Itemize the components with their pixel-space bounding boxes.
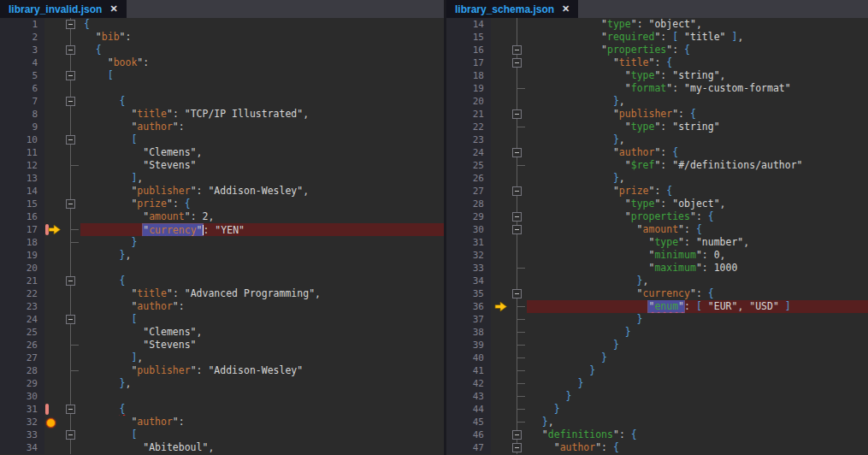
- fold-rail: [70, 390, 71, 403]
- code-line[interactable]: 25"$ref": "#/definitions/author": [446, 159, 868, 172]
- code-line[interactable]: 10[: [0, 133, 444, 146]
- code-line[interactable]: 44}: [446, 403, 868, 416]
- code-line[interactable]: 32"minimum": 0,: [446, 249, 868, 262]
- fold-toggle-icon[interactable]: [66, 405, 75, 414]
- code-line[interactable]: 33[: [0, 428, 444, 441]
- code-line[interactable]: 46"definitions": {: [446, 428, 868, 441]
- tab-library-schema-json[interactable]: library_schema.json ✕: [446, 0, 578, 18]
- code-line[interactable]: 1{: [0, 18, 444, 31]
- code-line[interactable]: 41}: [446, 364, 868, 377]
- code-line[interactable]: 22"title": "Advanced Programming",: [0, 287, 444, 300]
- code-line[interactable]: 23},: [446, 133, 868, 146]
- line-number: 14: [446, 18, 491, 31]
- fold-toggle-icon[interactable]: [66, 97, 75, 106]
- code-line[interactable]: 29"properties": {: [446, 210, 868, 223]
- code-line[interactable]: 4"book":: [0, 56, 444, 69]
- code-line[interactable]: 30: [0, 390, 444, 403]
- code-line[interactable]: 2"bib":: [0, 31, 444, 44]
- code-line[interactable]: 26},: [446, 172, 868, 185]
- code-line[interactable]: 45},: [446, 416, 868, 428]
- fold-toggle-icon[interactable]: [512, 212, 522, 222]
- code-line[interactable]: 17"title": {: [446, 56, 868, 69]
- code-line[interactable]: 12"Stevens": [0, 159, 444, 172]
- fold-toggle-icon[interactable]: [66, 45, 75, 55]
- fold-toggle-icon[interactable]: [512, 109, 522, 119]
- code-line[interactable]: 24"author": {: [446, 146, 868, 159]
- fold-toggle-icon[interactable]: [512, 430, 522, 440]
- code-line[interactable]: 34},: [446, 275, 868, 287]
- code-line[interactable]: 36"enum": [ "EUR", "USD" ]: [446, 300, 868, 313]
- code-line[interactable]: 42}: [446, 377, 868, 390]
- fold-toggle-icon[interactable]: [512, 58, 522, 68]
- code-line[interactable]: 25"Clemens",: [0, 326, 444, 339]
- code-line[interactable]: 19},: [0, 249, 444, 262]
- fold-toggle-icon[interactable]: [66, 71, 75, 80]
- code-line[interactable]: 8"title": "TCP/IP Illustrated",: [0, 108, 444, 121]
- close-icon[interactable]: ✕: [109, 4, 117, 14]
- code-line[interactable]: 7{: [0, 95, 444, 108]
- fold-toggle-icon[interactable]: [512, 289, 522, 298]
- fold-toggle-icon[interactable]: [512, 186, 522, 196]
- fold-toggle-icon[interactable]: [66, 276, 75, 286]
- code-line[interactable]: 18}: [0, 236, 444, 249]
- code-line[interactable]: 17"currency": "YEN": [0, 223, 444, 236]
- code-line[interactable]: 31"type": "number",: [446, 236, 868, 249]
- code-line[interactable]: 5[: [0, 69, 444, 82]
- code-line[interactable]: 28"publisher": "Addison-Wesley": [0, 364, 444, 377]
- code-line[interactable]: 21{: [0, 275, 444, 287]
- code-line[interactable]: 18"type": "string",: [446, 69, 868, 82]
- code-line[interactable]: 15"required": [ "title" ],: [446, 31, 868, 44]
- json-punctuation: :: [684, 236, 696, 248]
- line-number: 26: [446, 172, 491, 185]
- code-line[interactable]: 11"Clemens",: [0, 146, 444, 159]
- code-line[interactable]: 39}: [446, 339, 868, 352]
- code-line[interactable]: 31{: [0, 403, 444, 416]
- fold-toggle-icon[interactable]: [66, 430, 75, 440]
- code-line[interactable]: 37}: [446, 313, 868, 326]
- code-line[interactable]: 15"prize": {: [0, 198, 444, 210]
- fold-toggle-icon[interactable]: [512, 45, 522, 55]
- code-line[interactable]: 30"amount": {: [446, 223, 868, 236]
- code-line[interactable]: 22"type": "string": [446, 121, 868, 133]
- code-line[interactable]: 23"author":: [0, 300, 444, 313]
- code-line[interactable]: 3{: [0, 44, 444, 56]
- code-line[interactable]: 43}: [446, 390, 868, 403]
- code-line[interactable]: 9"author":: [0, 121, 444, 133]
- glyph-margin: [491, 441, 508, 454]
- fold-toggle-icon[interactable]: [512, 225, 522, 234]
- code-line[interactable]: 28"type": "object",: [446, 198, 868, 210]
- fold-toggle-icon[interactable]: [66, 199, 75, 209]
- close-icon[interactable]: ✕: [562, 4, 570, 14]
- code-line[interactable]: 47"author": {: [446, 441, 868, 454]
- fold-rail: [70, 185, 71, 198]
- code-line[interactable]: 40}: [446, 352, 868, 364]
- code-line[interactable]: 26"Stevens": [0, 339, 444, 352]
- code-line[interactable]: 27"prize": {: [446, 185, 868, 198]
- code-line[interactable]: 27],: [0, 352, 444, 364]
- code-line[interactable]: 21"publisher": {: [446, 108, 868, 121]
- code-line[interactable]: 33"maximum": 1000: [446, 262, 868, 275]
- fold-toggle-icon[interactable]: [66, 315, 75, 324]
- code-line[interactable]: 38}: [446, 326, 868, 339]
- code-line[interactable]: 16"amount": 2,: [0, 210, 444, 223]
- code-line[interactable]: 34"Abiteboul",: [0, 441, 444, 454]
- code-line[interactable]: 14"publisher": "Addison-Wesley",: [0, 185, 444, 198]
- tab-library-invalid-json[interactable]: library_invalid.json ✕: [0, 0, 127, 18]
- code-line[interactable]: 20},: [446, 95, 868, 108]
- code-line[interactable]: 14"type": "object",: [446, 18, 868, 31]
- code-line[interactable]: 13],: [0, 172, 444, 185]
- fold-toggle-icon[interactable]: [66, 135, 75, 145]
- code-line[interactable]: 35"currency": {: [446, 287, 868, 300]
- code-line[interactable]: 20: [0, 262, 444, 275]
- code-line[interactable]: 29},: [0, 377, 444, 390]
- code-line[interactable]: 32"author":: [0, 416, 444, 428]
- code-line[interactable]: 6: [0, 82, 444, 95]
- code-line[interactable]: 24[: [0, 313, 444, 326]
- fold-toggle-icon[interactable]: [512, 148, 522, 157]
- fold-toggle-icon[interactable]: [66, 20, 75, 29]
- json-punctuation: [779, 300, 785, 312]
- fold-toggle-icon[interactable]: [512, 443, 522, 452]
- code-line[interactable]: 19"format": "my-custom-format": [446, 82, 868, 95]
- fold-rail: [517, 172, 517, 185]
- code-line[interactable]: 16"properties": {: [446, 44, 868, 56]
